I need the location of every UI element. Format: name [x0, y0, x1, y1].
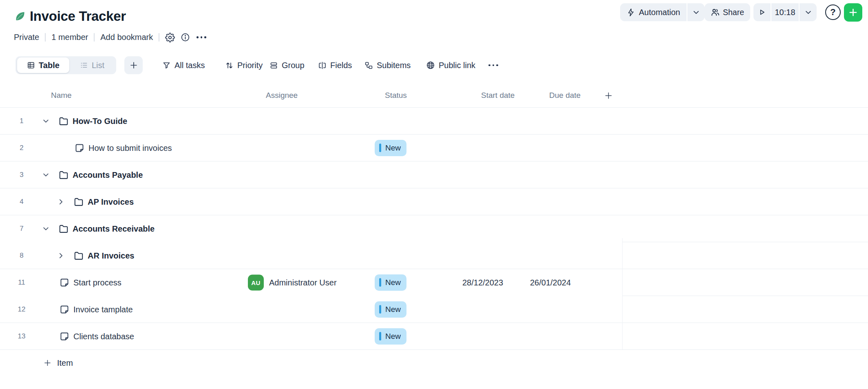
- item-name[interactable]: Accounts Receivable: [73, 224, 155, 233]
- table-row[interactable]: 4AP Invoices: [0, 188, 868, 215]
- row-number: 12: [13, 305, 30, 314]
- share-button[interactable]: Share: [705, 3, 750, 21]
- plus-icon: [43, 359, 52, 367]
- meta-divider: [45, 33, 46, 42]
- status-badge[interactable]: New: [375, 301, 406, 318]
- chevron-right-icon[interactable]: [57, 198, 64, 205]
- folder-icon: [58, 116, 69, 126]
- automation-button[interactable]: Automation: [620, 3, 687, 21]
- help-icon: ?: [830, 7, 835, 18]
- page-icon: [60, 278, 69, 287]
- chevron-down-icon[interactable]: [42, 225, 49, 232]
- folder-icon: [58, 223, 69, 234]
- assignee-name: Administrator User: [269, 278, 337, 287]
- status-badge[interactable]: New: [375, 140, 406, 156]
- column-header-assignee[interactable]: Assignee: [266, 87, 298, 104]
- table-row[interactable]: 8AR Invoices: [0, 242, 868, 269]
- automation-label: Automation: [639, 8, 680, 17]
- filter-group[interactable]: Group: [269, 56, 305, 74]
- start-date-cell[interactable]: 28/12/2023: [462, 278, 503, 287]
- tab-list-view[interactable]: List: [69, 57, 115, 73]
- filter-all-tasks[interactable]: All tasks: [162, 56, 205, 74]
- table-row[interactable]: 13Clients databaseNew: [0, 323, 868, 349]
- tab-table-label: Table: [39, 61, 60, 70]
- lightning-icon: [627, 8, 635, 17]
- plus-icon: [129, 61, 138, 70]
- row-divider: [0, 215, 868, 215]
- chevron-down-icon[interactable]: [42, 171, 49, 178]
- filter-label: Public link: [439, 61, 475, 70]
- due-date-cell[interactable]: 26/01/2024: [530, 278, 571, 287]
- row-divider: [622, 242, 868, 242]
- status-accent-bar: [379, 278, 381, 287]
- filter-label: Priority: [237, 61, 263, 70]
- filter-label: Subitems: [377, 61, 411, 70]
- status-badge[interactable]: New: [375, 274, 406, 291]
- add-item-button[interactable]: Item: [0, 350, 868, 376]
- more-options-icon[interactable]: [197, 36, 206, 38]
- plus-icon: [604, 91, 613, 100]
- column-header-start-date[interactable]: Start date: [481, 87, 515, 104]
- timer-label: 10:18: [775, 8, 795, 17]
- row-divider: [0, 323, 868, 323]
- create-new-button[interactable]: [844, 3, 862, 22]
- column-header-status[interactable]: Status: [385, 87, 407, 104]
- group-icon: [269, 61, 278, 70]
- timer-dropdown-button[interactable]: [800, 3, 817, 21]
- table-row[interactable]: 7Accounts Receivable: [0, 215, 868, 242]
- chevron-down-icon[interactable]: [42, 117, 49, 124]
- sort-arrows-icon: [225, 61, 234, 70]
- item-name[interactable]: How-To Guide: [73, 116, 127, 126]
- item-name[interactable]: AP Invoices: [88, 197, 134, 206]
- help-button[interactable]: ?: [825, 4, 841, 20]
- filter-subitems[interactable]: Subitems: [364, 56, 411, 74]
- toolbar-more-button[interactable]: [488, 56, 498, 74]
- globe-icon: [426, 61, 435, 70]
- chevron-down-icon: [805, 9, 812, 16]
- table-row[interactable]: 11Start processAUAdministrator UserNew28…: [0, 269, 868, 296]
- chevron-down-icon: [693, 9, 700, 16]
- row-number: 7: [13, 225, 30, 233]
- filter-label: Group: [282, 61, 305, 70]
- item-name[interactable]: Invoice tamplate: [73, 305, 133, 314]
- column-header-name[interactable]: Name: [51, 87, 72, 104]
- row-number: 2: [13, 144, 30, 152]
- add-bookmark-button[interactable]: Add bookmark: [100, 33, 153, 42]
- item-name[interactable]: AR Invoices: [88, 251, 134, 260]
- status-badge[interactable]: New: [375, 328, 406, 345]
- add-column-button[interactable]: [604, 91, 613, 100]
- row-number: 8: [13, 252, 30, 260]
- privacy-label[interactable]: Private: [14, 33, 39, 42]
- item-name[interactable]: Clients database: [73, 332, 134, 341]
- chevron-right-icon[interactable]: [57, 252, 64, 259]
- members-label[interactable]: 1 member: [51, 33, 88, 42]
- public-link-button[interactable]: Public link: [426, 56, 475, 74]
- table-row[interactable]: 3Accounts Payable: [0, 161, 868, 188]
- row-divider: [0, 269, 868, 269]
- table-row[interactable]: 1How-To Guide: [0, 108, 868, 134]
- table-icon: [27, 61, 35, 69]
- info-icon[interactable]: [181, 33, 190, 42]
- timer-value[interactable]: 10:18: [771, 3, 799, 21]
- settings-gear-icon[interactable]: [165, 33, 175, 42]
- page-icon: [60, 332, 69, 341]
- table-row[interactable]: 12Invoice tamplateNew: [0, 296, 868, 323]
- page-icon: [60, 305, 69, 314]
- view-switcher: Table List: [15, 56, 116, 74]
- filter-fields[interactable]: Fields: [318, 56, 352, 74]
- status-label: New: [385, 332, 401, 341]
- column-header-due-date[interactable]: Due date: [549, 87, 581, 104]
- filter-priority-sort[interactable]: Priority: [225, 56, 263, 74]
- item-name[interactable]: Accounts Payable: [73, 170, 143, 179]
- assignee-avatar: AU: [248, 274, 264, 290]
- automation-dropdown-button[interactable]: [687, 3, 705, 21]
- add-view-button[interactable]: [124, 56, 143, 74]
- row-number: 11: [13, 278, 30, 287]
- table-row[interactable]: 2How to submit invoicesNew: [0, 135, 868, 161]
- list-icon: [80, 61, 88, 69]
- tab-table-view[interactable]: Table: [17, 57, 69, 73]
- item-name[interactable]: How to submit invoices: [88, 143, 172, 153]
- filter-label: Fields: [330, 61, 352, 70]
- timer-play-button[interactable]: [753, 3, 771, 21]
- item-name[interactable]: Start process: [73, 278, 121, 287]
